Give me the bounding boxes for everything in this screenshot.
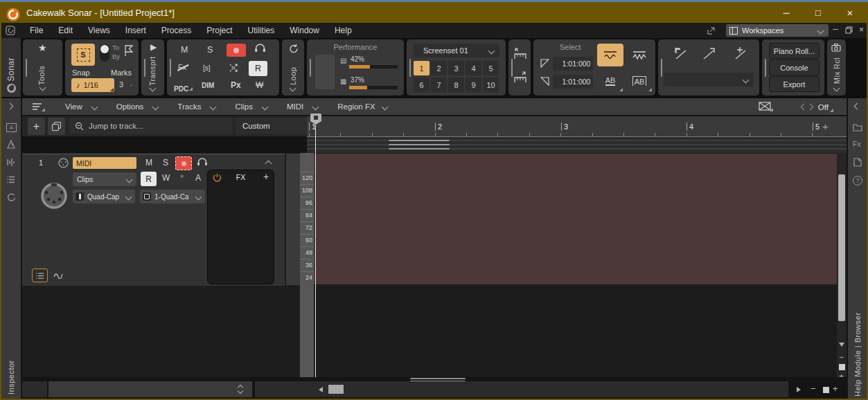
vzoom-out-icon[interactable]: − — [839, 352, 844, 362]
tools-expand-chevron-icon[interactable] — [39, 84, 46, 91]
minimize-button[interactable]: ─ — [770, 2, 802, 23]
screenset-button-8[interactable]: 8 — [448, 78, 464, 92]
menu-process[interactable]: Process — [154, 26, 199, 35]
offset-preset-dropdown[interactable] — [664, 73, 754, 87]
snap-marks-count[interactable]: 3 — [119, 80, 123, 89]
tvmenu-regionfx[interactable]: Region FX — [337, 102, 375, 111]
float-window-icon[interactable] — [707, 26, 716, 35]
track-headphones-icon[interactable] — [197, 158, 208, 166]
screenset-button-1[interactable]: 1 — [414, 61, 429, 75]
vzoom-thumb[interactable] — [839, 364, 845, 370]
meter-bars-icon[interactable] — [7, 158, 15, 167]
pdc-button[interactable]: PDC — [174, 82, 193, 91]
track-manager-button[interactable] — [32, 269, 48, 282]
tvmenu-view[interactable]: View — [65, 102, 82, 111]
tvmenu-clips[interactable]: Clips — [235, 102, 253, 111]
track-freeze-button[interactable]: * — [180, 172, 184, 183]
crossfade-button[interactable] — [759, 101, 774, 112]
inspector-expand-chevron-icon[interactable] — [7, 103, 14, 110]
time-ruler[interactable]: 1 2 3 4 5 + — [307, 116, 847, 137]
strip-collapse-down-icon[interactable] — [238, 388, 243, 394]
screenset-button-2[interactable]: 2 — [431, 61, 447, 75]
tvmenu-tracks[interactable]: Tracks — [177, 102, 201, 111]
track-write-automation-button[interactable]: W — [162, 173, 170, 183]
nav-drag-handle[interactable] — [389, 140, 450, 149]
px-button[interactable]: Px — [231, 80, 241, 90]
workspaces-dropdown[interactable]: Workspaces — [726, 24, 829, 37]
module-drag-handle[interactable] — [144, 59, 145, 77]
project-icon[interactable] — [6, 26, 15, 35]
menu-edit[interactable]: Edit — [51, 26, 80, 35]
menu-views[interactable]: Views — [80, 26, 118, 35]
wave-compare-active-button[interactable] — [597, 44, 623, 66]
sync-icon[interactable] — [7, 192, 15, 201]
track1-clip-lane[interactable] — [314, 154, 837, 284]
snap-toby-toggle[interactable] — [100, 44, 109, 62]
track-display-dropdown[interactable]: Clips — [73, 172, 136, 186]
screenset-button-7[interactable]: 7 — [431, 78, 447, 92]
track-name-field[interactable]: MIDI — [73, 157, 136, 169]
jump-to-track-search[interactable]: Jump to track... — [69, 118, 233, 134]
module-drag-handle[interactable] — [310, 59, 311, 77]
browser-expand-chevron-icon[interactable] — [854, 103, 861, 110]
fx-add-icon[interactable]: + — [263, 171, 269, 182]
mdi-minimize-icon[interactable]: ─ — [833, 25, 838, 33]
menu-insert[interactable]: Insert — [118, 26, 154, 35]
snap-grid-dropdown[interactable]: ♪ 1/16 — [71, 78, 114, 92]
module-drag-handle[interactable] — [511, 59, 513, 77]
articulation-icon[interactable]: A — [6, 123, 17, 132]
close-button[interactable]: × — [834, 2, 866, 23]
mute-button[interactable]: M — [181, 45, 188, 55]
ruler-add-icon[interactable]: + — [822, 120, 829, 132]
punch-out-ruler-icon[interactable] — [514, 71, 526, 83]
export-button[interactable]: Export — [769, 76, 820, 92]
hscrollbar[interactable] — [255, 381, 788, 397]
menu-utilities[interactable]: Utilities — [240, 26, 283, 35]
automation-lane-icon[interactable] — [53, 271, 64, 279]
track-mute-button[interactable]: M — [145, 158, 152, 167]
clips-pane[interactable] — [314, 153, 837, 377]
headphones-icon[interactable] — [254, 44, 266, 53]
camera-icon[interactable] — [831, 44, 841, 52]
list-icon[interactable] — [7, 176, 15, 183]
snap-dot[interactable]: . — [130, 79, 132, 87]
trackview-menu-icon[interactable] — [32, 101, 46, 112]
mdi-close-icon[interactable]: × — [859, 25, 864, 35]
track-read-automation-button[interactable]: R — [141, 172, 157, 186]
menu-help[interactable]: Help — [327, 26, 360, 35]
solo-button[interactable]: S — [207, 45, 213, 55]
dim-button[interactable]: DIM — [202, 82, 214, 89]
track-collapse-chevron-icon[interactable] — [265, 161, 272, 167]
transport-expand-chevron-icon[interactable] — [150, 85, 157, 92]
hscroll-left-icon[interactable] — [319, 387, 323, 392]
screenset-button-9[interactable]: 9 — [466, 78, 481, 92]
folder-icon[interactable] — [853, 123, 862, 131]
module-drag-handle[interactable] — [26, 59, 27, 77]
screenset-dropdown[interactable]: Screenset 01 — [414, 44, 499, 57]
piano-roll-button[interactable]: Piano Roll... — [769, 43, 820, 59]
scale-strip[interactable]: 120 108 96 84 72 60 48 36 24 — [300, 153, 314, 377]
track-record-button[interactable] — [175, 156, 192, 170]
track-input-dropdown[interactable]: Quad-Cap — [73, 190, 135, 203]
nudge-right-icon[interactable] — [701, 46, 716, 62]
console-button[interactable]: Console — [769, 60, 820, 75]
add-track-button[interactable]: + — [28, 118, 45, 135]
nudge-left-icon[interactable] — [673, 46, 689, 62]
maximize-button[interactable]: □ — [802, 2, 834, 23]
fx-browser-icon[interactable]: Fx — [853, 140, 861, 148]
hscroll-right-icon[interactable] — [797, 387, 801, 392]
tvmenu-midi[interactable]: MIDI — [287, 102, 303, 111]
track-solo-button[interactable]: S — [163, 158, 168, 167]
menu-file[interactable]: File — [22, 26, 51, 35]
clips-vscrollbar[interactable]: − + — [837, 153, 847, 377]
duplicate-track-button[interactable] — [48, 118, 65, 135]
screenset-button-6[interactable]: 6 — [414, 78, 429, 92]
module-drag-handle[interactable] — [661, 59, 662, 77]
marks-flag-icon[interactable] — [123, 44, 134, 57]
screenset-button-10[interactable]: 10 — [483, 78, 499, 92]
bottom-collapse-strip[interactable] — [48, 381, 252, 397]
fx-bin[interactable]: FX + — [207, 170, 274, 284]
record-button[interactable] — [227, 44, 246, 57]
mixrcl-expand-chevron-icon[interactable] — [833, 85, 840, 92]
loop-expand-chevron-icon[interactable] — [290, 85, 296, 92]
